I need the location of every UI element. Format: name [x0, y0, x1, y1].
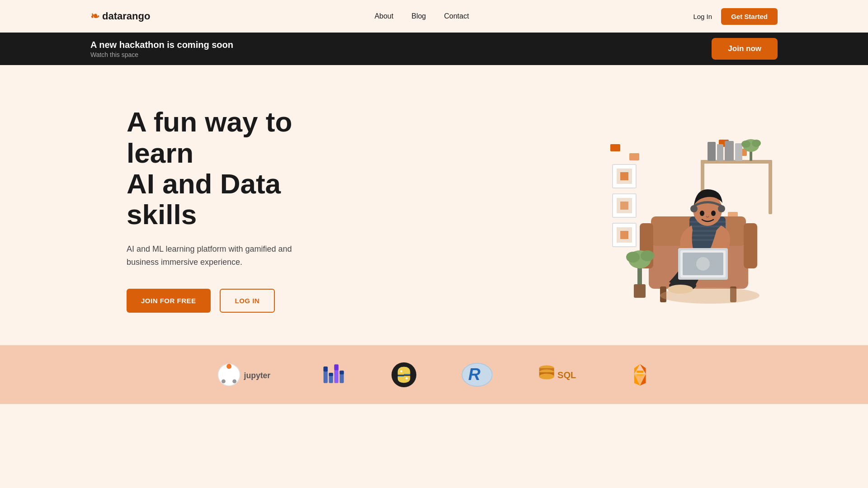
svg-rect-1: [629, 153, 639, 160]
svg-rect-8: [708, 142, 716, 161]
svg-rect-61: [323, 366, 327, 371]
hero-section: A fun way to learn AI and Data skills AI…: [0, 65, 868, 345]
get-started-button[interactable]: Get Started: [721, 8, 778, 25]
sql-logo: SQL: [538, 359, 583, 390]
logo-icon: ❧: [90, 10, 99, 23]
logo-text: datarango: [102, 10, 150, 22]
svg-rect-24: [620, 231, 628, 239]
nav-actions: Log In Get Started: [693, 8, 778, 25]
hero-heading: A fun way to learn AI and Data skills: [127, 107, 353, 230]
logo[interactable]: ❧ datarango: [90, 10, 150, 23]
svg-rect-82: [637, 371, 643, 373]
svg-rect-67: [340, 371, 344, 374]
banner-title: A new hackathon is coming soon: [90, 40, 233, 50]
svg-point-49: [711, 211, 716, 216]
svg-text:SQL: SQL: [557, 370, 576, 380]
navbar: ❧ datarango About Blog Contact Log In Ge…: [0, 0, 868, 33]
svg-rect-6: [769, 160, 772, 214]
svg-point-53: [641, 250, 654, 261]
r-logo: R: [462, 359, 493, 390]
hero-login-button[interactable]: LOG IN: [220, 289, 275, 313]
svg-rect-29: [744, 223, 757, 268]
svg-rect-0: [610, 144, 620, 151]
svg-point-52: [626, 252, 640, 263]
pandas-logo: [321, 359, 346, 390]
svg-rect-65: [334, 364, 338, 370]
login-button[interactable]: Log In: [693, 13, 712, 20]
svg-point-46: [690, 205, 698, 212]
svg-rect-21: [620, 202, 628, 210]
svg-point-14: [741, 141, 750, 148]
python-logo: [392, 359, 416, 390]
join-free-button[interactable]: JOIN FOR FREE: [127, 289, 211, 313]
svg-point-70: [405, 377, 407, 379]
nav-links: About Blog Contact: [374, 12, 469, 20]
svg-rect-10: [725, 141, 734, 161]
svg-point-48: [700, 211, 704, 216]
svg-rect-18: [620, 172, 628, 180]
svg-point-15: [752, 140, 761, 147]
hackathon-banner: A new hackathon is coming soon Watch thi…: [0, 33, 868, 65]
svg-point-69: [400, 370, 402, 372]
svg-text:R: R: [468, 365, 480, 384]
join-now-button[interactable]: Join now: [712, 38, 778, 60]
svg-rect-54: [634, 284, 646, 298]
banner-subtitle: Watch this space: [90, 51, 233, 58]
hero-buttons: JOIN FOR FREE LOG IN: [127, 289, 353, 313]
hero-subtext: AI and ML learning platform with gamifie…: [127, 243, 316, 269]
hero-content: A fun way to learn AI and Data skills AI…: [127, 107, 353, 312]
nav-blog[interactable]: Blog: [411, 12, 426, 20]
nav-contact[interactable]: Contact: [444, 12, 469, 20]
tensorflow-logo: [628, 359, 651, 390]
nav-about[interactable]: About: [374, 12, 393, 20]
svg-point-56: [226, 364, 231, 369]
hero-svg: [561, 101, 778, 318]
svg-rect-11: [735, 143, 742, 161]
svg-point-34: [668, 285, 693, 294]
svg-point-44: [696, 257, 710, 271]
svg-rect-9: [717, 144, 723, 161]
svg-rect-63: [329, 372, 333, 375]
svg-point-47: [718, 205, 725, 212]
jupyter-logo: jupyter: [217, 359, 276, 390]
svg-point-58: [232, 379, 236, 383]
svg-point-57: [222, 379, 226, 383]
banner-text: A new hackathon is coming soon Watch thi…: [90, 40, 233, 58]
hero-illustration: [561, 101, 778, 318]
tech-logos-strip: jupyter: [0, 345, 868, 404]
svg-point-77: [539, 373, 554, 379]
svg-text:jupyter: jupyter: [243, 371, 270, 380]
